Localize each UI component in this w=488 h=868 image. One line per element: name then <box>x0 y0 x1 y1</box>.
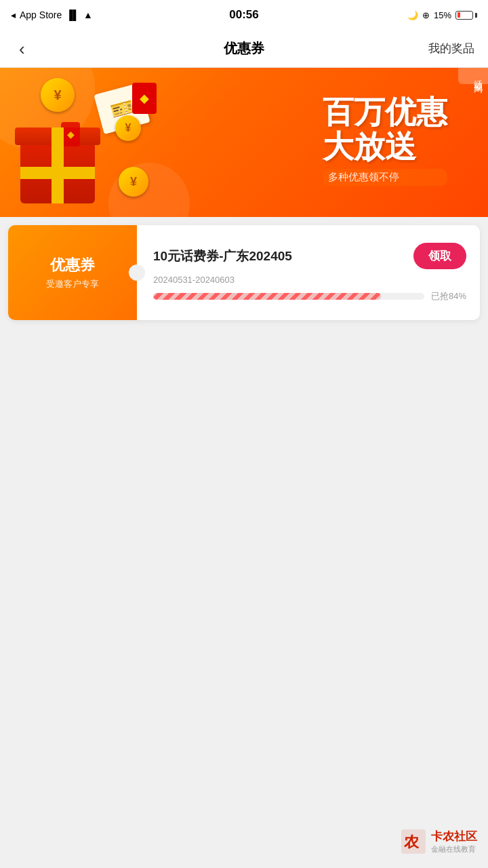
battery-icon <box>455 11 477 20</box>
kanong-logo-icon: 农 <box>401 829 426 854</box>
coupon-header: 10元话费券-广东202405 领取 <box>153 243 466 269</box>
nav-bar: ‹ 优惠券 我的奖品 <box>0 30 488 68</box>
banner-text-block: 百万优惠 大放送 多种优惠领不停 <box>323 95 447 186</box>
coupon-list: 优惠券 受邀客户专享 10元话费券-广东202405 领取 20240531-2… <box>0 217 488 328</box>
location-icon: ⊕ <box>422 10 430 20</box>
back-arrow-icon: ◂ <box>11 9 16 20</box>
wifi-icon: ▲ <box>83 9 93 20</box>
progress-text: 已抢84% <box>431 290 466 302</box>
status-right: 🌙 ⊕ 15% <box>407 10 477 20</box>
watermark-text-block: 卡农社区 金融在线教育 <box>431 829 477 854</box>
status-time: 00:56 <box>229 8 258 22</box>
watermark-sub-text: 金融在线教育 <box>431 844 477 854</box>
progress-bar-fill <box>153 293 381 300</box>
coin-decoration-1: ¥ <box>41 78 75 112</box>
red-envelope-1: ◆ <box>132 83 157 114</box>
progress-bar-background <box>153 293 424 300</box>
banner-title-2: 大放送 <box>323 130 447 164</box>
watermark: 农 卡农社区 金融在线教育 <box>401 829 477 854</box>
my-prizes-button[interactable]: 我的奖品 <box>428 41 474 56</box>
coupon-left-panel: 优惠券 受邀客户专享 <box>8 225 137 320</box>
svg-text:农: 农 <box>403 833 420 850</box>
gift-box-decoration <box>20 142 95 203</box>
coupon-card: 优惠券 受邀客户专享 10元话费券-广东202405 领取 20240531-2… <box>8 225 480 320</box>
coupon-exclusive-label: 受邀客户专享 <box>46 278 99 290</box>
coupon-right-panel: 10元话费券-广东202405 领取 20240531-20240603 已抢8… <box>137 232 480 313</box>
coin-decoration-3: ¥ <box>119 167 148 197</box>
status-left: ◂ App Store ▐▌ ▲ <box>11 9 93 20</box>
page-title: 优惠券 <box>224 39 264 58</box>
moon-icon: 🌙 <box>407 10 418 20</box>
coupon-type-label: 优惠券 <box>50 255 95 275</box>
claim-button[interactable]: 领取 <box>413 243 466 269</box>
coupon-date-range: 20240531-20240603 <box>153 275 466 285</box>
battery-percent: 15% <box>434 10 451 20</box>
activity-rules-button[interactable]: 活动规则 <box>458 68 488 84</box>
watermark-main-text: 卡农社区 <box>431 829 477 844</box>
coupon-name: 10元话费券-广东202405 <box>153 248 292 265</box>
banner-title-1: 百万优惠 <box>323 95 447 130</box>
red-envelope-2: ◆ <box>61 122 80 146</box>
signal-icon: ▐▌ <box>66 9 79 20</box>
carrier-label: App Store <box>20 9 62 20</box>
promo-banner: 🎫 ¥ ¥ ¥ ◆ ◆ 百万优惠 大放送 多种优惠领不停 活动规则 <box>0 68 488 217</box>
coupon-progress-row: 已抢84% <box>153 290 466 302</box>
status-bar: ◂ App Store ▐▌ ▲ 00:56 🌙 ⊕ 15% <box>0 0 488 30</box>
coin-decoration-2: ¥ <box>115 115 141 141</box>
banner-subtitle: 多种优惠领不停 <box>323 169 447 186</box>
back-button[interactable]: ‹ <box>14 35 30 63</box>
